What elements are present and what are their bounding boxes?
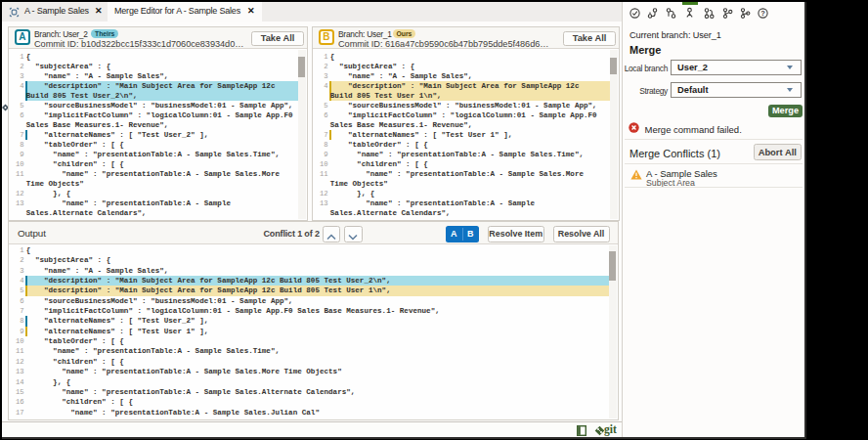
svg-text:?: ?	[760, 9, 765, 18]
